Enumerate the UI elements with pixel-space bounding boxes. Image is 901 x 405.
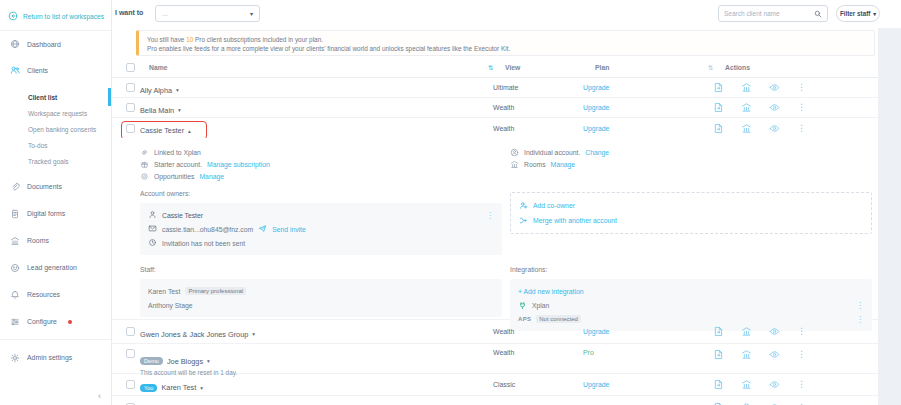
client-name[interactable]: Ally Alpha xyxy=(140,86,172,95)
add-co-owner-link[interactable]: Add co-owner xyxy=(533,202,575,209)
plan-value[interactable]: Upgrade xyxy=(583,328,713,335)
open-client-file-icon[interactable] xyxy=(713,123,724,134)
row-actions: ⋮ xyxy=(713,123,806,134)
client-name-cell: Maggie Main ▾ xyxy=(140,399,493,405)
send-invite-link[interactable]: Send invite xyxy=(272,226,306,233)
return-to-workspaces-link[interactable]: Return to list of workspaces xyxy=(0,0,111,31)
integration-more-actions-icon[interactable]: ⋮ xyxy=(856,301,864,310)
open-client-file-icon[interactable] xyxy=(713,349,724,360)
client-name[interactable]: Karen Test xyxy=(161,383,196,392)
sort-icon[interactable]: ⇅ xyxy=(708,64,725,72)
bank-icon xyxy=(510,160,519,169)
more-actions-icon[interactable]: ⋮ xyxy=(797,327,806,336)
client-name[interactable]: Bella Main xyxy=(140,106,174,115)
plan-value[interactable]: Upgrade xyxy=(583,104,713,111)
column-header-name[interactable]: Name xyxy=(149,64,488,71)
more-actions-icon[interactable]: ⋮ xyxy=(797,350,806,359)
filter-staff-button[interactable]: Filter staff ▾ xyxy=(836,5,880,22)
expand-caret-icon[interactable]: ▾ xyxy=(178,107,181,113)
client-badge: You xyxy=(140,384,157,392)
view-as-client-eye-icon[interactable] xyxy=(769,379,780,390)
rooms-icon[interactable] xyxy=(741,82,752,93)
rooms-icon[interactable] xyxy=(741,379,752,390)
expand-caret-icon[interactable]: ▾ xyxy=(176,87,179,93)
expand-caret-icon[interactable]: ▾ xyxy=(207,358,210,364)
sidebar-item-clients[interactable]: Clients xyxy=(0,57,111,83)
linked-status: Linked to Xplan xyxy=(140,146,502,158)
sidebar-item-workspace-requests[interactable]: Workspace requests xyxy=(0,105,111,121)
sidebar-item-client-list[interactable]: Client list xyxy=(0,89,111,105)
account-owner-card: Cassie Tester ⋮ cassie.tian...ohu845@fnz… xyxy=(140,203,502,255)
sidebar-item-configure[interactable]: Configure xyxy=(0,308,111,335)
view-as-client-eye-icon[interactable] xyxy=(769,326,780,337)
owner-email: cassie.tian...ohu845@fnz.com xyxy=(162,226,253,233)
sidebar-item-open-banking-consents[interactable]: Open banking consents xyxy=(0,121,111,137)
rooms-icon[interactable] xyxy=(741,123,752,134)
rooms-line: Rooms Manage xyxy=(510,158,872,170)
sidebar-item-lead-generation[interactable]: Lead generation xyxy=(0,254,111,281)
view-value: Wealth xyxy=(493,328,583,335)
client-table-row: Maggie Main ▾ Classic Upgrade ⋮ xyxy=(112,396,878,405)
owner-options-box: Add co-owner Merge with another account xyxy=(510,192,872,234)
manage-opportunities-link[interactable]: Manage xyxy=(199,173,224,180)
row-checkbox[interactable] xyxy=(126,103,135,112)
sidebar-item-resources[interactable]: Resources xyxy=(0,281,111,308)
expand-caret-icon[interactable]: ▾ xyxy=(200,385,203,391)
client-name[interactable]: Gwen Jones & Jack Jones Group xyxy=(140,330,248,339)
more-actions-icon[interactable]: ⋮ xyxy=(797,103,806,112)
client-name[interactable]: Cassie Tester xyxy=(140,126,184,135)
banner-line-1: You still have 10 Pro client subscriptio… xyxy=(147,35,866,44)
add-new-integration-link[interactable]: + Add new integration xyxy=(518,288,584,295)
view-as-client-eye-icon[interactable] xyxy=(769,123,780,134)
row-checkbox[interactable] xyxy=(126,349,135,358)
expand-caret-icon[interactable]: ▴ xyxy=(188,128,191,134)
client-name[interactable]: Joe Bloggs xyxy=(167,357,203,366)
plan-value[interactable]: Upgrade xyxy=(583,84,713,91)
row-checkbox[interactable] xyxy=(126,327,135,336)
open-client-file-icon[interactable] xyxy=(713,326,724,337)
owner-more-actions-icon[interactable]: ⋮ xyxy=(486,211,494,220)
rooms-icon[interactable] xyxy=(741,349,752,360)
change-account-type-link[interactable]: Change xyxy=(585,149,609,156)
rooms-icon[interactable] xyxy=(741,326,752,337)
subnav-label: Open banking consents xyxy=(28,126,96,133)
more-actions-icon[interactable]: ⋮ xyxy=(797,83,806,92)
search-input[interactable] xyxy=(724,10,810,17)
collapse-sidebar-chevron-icon[interactable]: ‹ xyxy=(98,391,101,401)
plan-value[interactable]: Upgrade xyxy=(583,125,713,132)
sort-icon[interactable]: ⇅ xyxy=(488,64,505,72)
view-as-client-eye-icon[interactable] xyxy=(769,102,780,113)
more-actions-icon[interactable]: ⋮ xyxy=(797,124,806,133)
sidebar-item-admin-settings[interactable]: Admin settings xyxy=(0,344,111,371)
sidebar-item-documents[interactable]: Documents xyxy=(0,173,111,200)
row-checkbox[interactable] xyxy=(126,124,135,133)
sidebar-item-dashboard[interactable]: Dashboard xyxy=(0,31,111,57)
manage-rooms-link[interactable]: Manage xyxy=(551,161,576,168)
manage-subscription-link[interactable]: Manage subscription xyxy=(207,161,270,168)
client-name-cell: Demo Joe Bloggs ▾ This account will be r… xyxy=(140,349,493,376)
open-client-file-icon[interactable] xyxy=(713,379,724,390)
sidebar-item-to-dos[interactable]: To-dos xyxy=(0,137,111,153)
row-checkbox[interactable] xyxy=(126,380,135,389)
sidebar-item-rooms[interactable]: Rooms xyxy=(0,227,111,254)
plan-value[interactable]: Pro xyxy=(583,349,713,356)
expand-caret-icon[interactable]: ▾ xyxy=(252,331,255,337)
i-want-to-select[interactable]: ... ▾ xyxy=(155,5,260,22)
more-actions-icon[interactable]: ⋮ xyxy=(797,380,806,389)
search-icon[interactable] xyxy=(814,10,822,18)
view-value: Wealth xyxy=(493,104,583,111)
sidebar-item-digital-forms[interactable]: Digital forms xyxy=(0,200,111,227)
merge-account-link[interactable]: Merge with another account xyxy=(533,217,617,224)
client-name-cell: Cassie Tester ▴ xyxy=(140,119,493,137)
open-client-file-icon[interactable] xyxy=(713,82,724,93)
open-client-file-icon[interactable] xyxy=(713,102,724,113)
client-badge: Demo xyxy=(140,357,163,365)
plan-value[interactable]: Upgrade xyxy=(583,381,713,388)
sidebar-item-tracked-goals[interactable]: Tracked goals xyxy=(0,153,111,169)
staff-label: Staff: xyxy=(140,266,502,276)
view-as-client-eye-icon[interactable] xyxy=(769,349,780,360)
rooms-icon[interactable] xyxy=(741,102,752,113)
row-checkbox[interactable] xyxy=(126,83,135,92)
select-all-checkbox[interactable] xyxy=(126,63,135,72)
view-as-client-eye-icon[interactable] xyxy=(769,82,780,93)
